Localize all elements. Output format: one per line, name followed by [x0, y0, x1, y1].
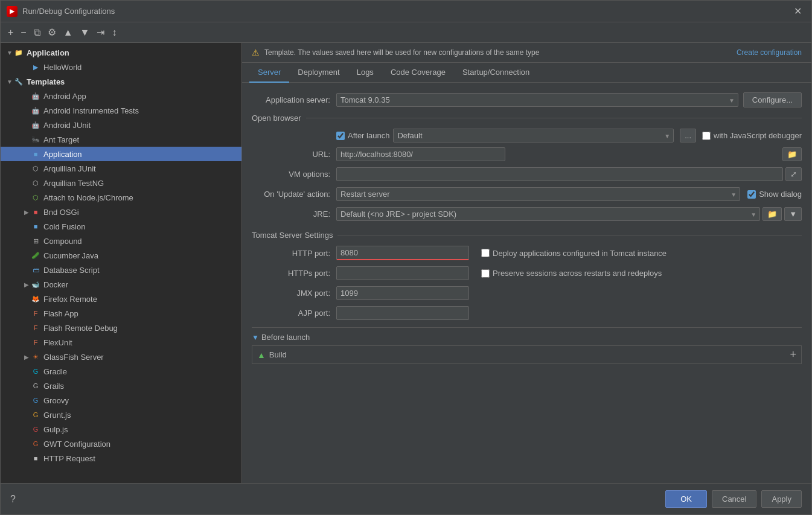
url-label: URL:: [252, 150, 336, 159]
tree-item-docker[interactable]: ▶ 🐋 Docker: [1, 277, 241, 292]
settings-button[interactable]: ⚙: [45, 25, 59, 39]
app-server-select-wrapper: Tomcat 9.0.35 ▼: [336, 93, 738, 107]
tree-item-bnd-osgi[interactable]: ▶ ■ Bnd OSGi: [1, 205, 241, 219]
cancel-button[interactable]: Cancel: [712, 490, 756, 508]
jmx-port-label: JMX port:: [252, 289, 336, 298]
up-button[interactable]: ▲: [61, 26, 75, 39]
ok-button[interactable]: OK: [665, 490, 707, 508]
gulp-icon: G: [31, 424, 40, 434]
apply-button[interactable]: Apply: [761, 490, 802, 508]
ajp-port-input[interactable]: [336, 306, 469, 320]
after-launch-checkbox-label: After launch: [336, 131, 389, 140]
app-server-label: Application server:: [252, 95, 336, 104]
gradle-icon: G: [31, 366, 40, 376]
browser-select[interactable]: Default: [393, 129, 674, 142]
jre-select[interactable]: Default (<no JRE> - project SDK): [336, 207, 760, 221]
add-button[interactable]: +: [5, 26, 16, 39]
build-label: Build: [269, 350, 790, 359]
tree-group-templates[interactable]: ▼ 🔧 Templates: [1, 74, 241, 89]
jmx-port-row: JMX port:: [252, 286, 802, 300]
jre-folder-button[interactable]: 📁: [762, 207, 782, 221]
down-button[interactable]: ▼: [78, 26, 92, 39]
run-debug-dialog: ▶ Run/Debug Configurations ✕ + − ⧉ ⚙ ▲ ▼…: [0, 0, 812, 515]
before-launch-section: ▼ Before launch ▲ Build +: [252, 327, 802, 364]
https-port-input[interactable]: [336, 266, 469, 280]
tree-item-label: Firefox Remote: [43, 295, 97, 304]
url-input[interactable]: [336, 147, 505, 161]
tab-coverage[interactable]: Code Coverage: [382, 63, 454, 83]
tree-item-cucumber-java[interactable]: 🥒 Cucumber Java: [1, 248, 241, 263]
jmx-port-input[interactable]: [336, 286, 469, 300]
tree-item-groovy[interactable]: G Groovy: [1, 393, 241, 408]
tab-logs[interactable]: Logs: [348, 63, 382, 83]
on-update-select[interactable]: Restart server: [336, 187, 740, 201]
copy-button[interactable]: ⧉: [31, 26, 43, 39]
tree-item-gradle[interactable]: G Gradle: [1, 364, 241, 379]
tree-item-gruntjs[interactable]: G Grunt.js: [1, 408, 241, 422]
after-launch-checkbox[interactable]: [336, 132, 345, 140]
tree-item-android-junit[interactable]: 🤖 Android JUnit: [1, 118, 241, 132]
tree-item-grails[interactable]: G Grails: [1, 379, 241, 393]
configure-button[interactable]: Configure...: [743, 92, 802, 107]
tree-item-compound[interactable]: ⊞ Compound: [1, 234, 241, 248]
help-button[interactable]: ?: [10, 494, 16, 505]
before-launch-collapse-arrow[interactable]: ▼: [252, 333, 259, 342]
move-button[interactable]: ⇥: [94, 25, 107, 39]
tree-item-android-app[interactable]: 🤖 Android App: [1, 89, 241, 103]
http-port-row: HTTP port: Deploy applications configure…: [252, 246, 802, 260]
show-dialog-checkbox[interactable]: [747, 190, 756, 199]
jre-more-button[interactable]: ▼: [784, 207, 802, 221]
vm-options-row: VM options: ⤢: [252, 167, 802, 181]
flash-remote-icon: F: [31, 323, 40, 333]
on-update-select-wrapper: Restart server ▼: [336, 187, 740, 201]
tree-item-firefox-remote[interactable]: 🦊 Firefox Remote: [1, 292, 241, 306]
tree-item-gwt[interactable]: G GWT Configuration: [1, 437, 241, 451]
tree-group-application[interactable]: ▼ 📁 Application: [1, 45, 241, 60]
tree-item-label: HTTP Request: [43, 454, 95, 463]
tree-item-label: Cold Fusion: [43, 222, 85, 231]
deploy-tomcat-checkbox[interactable]: [481, 249, 490, 257]
preserve-sessions-checkbox[interactable]: [481, 269, 490, 278]
tree-item-flexunit[interactable]: F FlexUnit: [1, 335, 241, 350]
tree-item-helloworld[interactable]: ▶ HelloWorld: [1, 60, 241, 74]
js-debugger-checkbox[interactable]: [702, 132, 711, 140]
bnd-icon: ■: [31, 207, 40, 217]
tree-item-label: GWT Configuration: [43, 440, 110, 449]
tree-item-android-instrumented[interactable]: 🤖 Android Instrumented Tests: [1, 103, 241, 118]
main-content: ▼ 📁 Application ▶ HelloWorld ▼ 🔧 Templat…: [1, 43, 811, 483]
tree-item-ant-target[interactable]: 🐜 Ant Target: [1, 132, 241, 147]
tree-item-glassfish[interactable]: ▶ ☀ GlassFish Server: [1, 350, 241, 364]
tab-startup[interactable]: Startup/Connection: [454, 63, 538, 83]
tree-item-flash-remote-debug[interactable]: F Flash Remote Debug: [1, 321, 241, 335]
url-folder-button[interactable]: 📁: [782, 147, 802, 161]
close-button[interactable]: ✕: [790, 4, 805, 18]
build-plus-button[interactable]: +: [790, 348, 796, 361]
tree-item-attach-node[interactable]: ⬡ Attach to Node.js/Chrome: [1, 190, 241, 205]
expand-arrow: ▼: [5, 48, 14, 57]
ant-icon: 🐜: [31, 135, 40, 144]
db-icon: 🗃: [31, 265, 40, 275]
tab-deployment[interactable]: Deployment: [289, 63, 348, 83]
tree-item-arquillian-testng[interactable]: ⬡ Arquillian TestNG: [1, 176, 241, 190]
sort-button[interactable]: ↕: [109, 26, 119, 39]
tree-item-gulpjs[interactable]: G Gulp.js: [1, 422, 241, 437]
docker-icon: 🐋: [31, 280, 40, 289]
tree-item-application[interactable]: ■ Application: [1, 147, 241, 161]
tab-server[interactable]: Server: [249, 63, 289, 83]
toolbar: + − ⧉ ⚙ ▲ ▼ ⇥ ↕: [1, 22, 811, 43]
browser-more-button[interactable]: ...: [680, 129, 696, 142]
create-configuration-link[interactable]: Create configuration: [737, 48, 802, 57]
tree-item-label: Grails: [43, 382, 64, 391]
http-port-input[interactable]: [336, 246, 469, 260]
http-port-label: HTTP port:: [252, 249, 336, 258]
tree-item-database-script[interactable]: 🗃 Database Script: [1, 263, 241, 277]
tree-item-http-request[interactable]: ■ HTTP Request: [1, 451, 241, 465]
tree-item-cold-fusion[interactable]: ■ Cold Fusion: [1, 219, 241, 234]
remove-button[interactable]: −: [18, 26, 28, 39]
tree-item-arquillian-junit[interactable]: ⬡ Arquillian JUnit: [1, 161, 241, 176]
vm-options-input[interactable]: [336, 167, 783, 181]
vm-expand-button[interactable]: ⤢: [785, 167, 802, 181]
app-server-select[interactable]: Tomcat 9.0.35: [336, 93, 738, 107]
tree-item-flash-app[interactable]: F Flash App: [1, 306, 241, 321]
jre-select-wrapper: Default (<no JRE> - project SDK) ▼: [336, 207, 760, 221]
